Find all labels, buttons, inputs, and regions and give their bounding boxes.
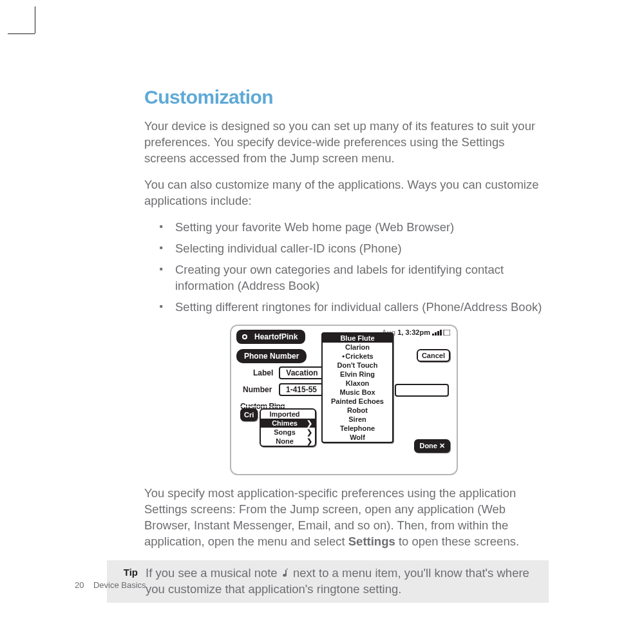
page-heading: Customization <box>144 86 544 108</box>
done-button[interactable]: Done ✕ <box>414 439 450 453</box>
ringtone-item[interactable]: Elvin Ring <box>323 370 392 379</box>
ringtone-list[interactable]: Blue Flute Clarion •Crickets Don't Touch… <box>321 332 393 443</box>
tip-text: If you see a musical note next to a menu… <box>138 565 542 598</box>
section-tab[interactable]: Phone Number <box>236 349 307 363</box>
device-screen: HeartofPink Aug 1, 3:32pm Phone Number C… <box>230 325 458 475</box>
bullet-list: Setting your favorite Web home page (Web… <box>144 220 544 316</box>
musical-note-icon <box>281 568 290 578</box>
label-caption: Label <box>253 368 273 377</box>
svg-point-1 <box>243 336 246 338</box>
signal-icon <box>432 330 450 336</box>
list-item: Selecting individual caller-ID icons (Ph… <box>175 241 544 257</box>
number-field[interactable]: 1-415-55 <box>279 383 324 396</box>
svg-rect-6 <box>444 330 450 336</box>
ringtone-item[interactable]: Wolf <box>323 433 392 442</box>
chevron-right-icon: ❯ <box>307 437 312 446</box>
page-number: 20 <box>75 580 84 590</box>
title-tab[interactable]: HeartofPink <box>236 330 305 344</box>
section-name: Device Basics <box>93 580 146 590</box>
tip-callout: Tip If you see a musical note next to a … <box>107 560 549 603</box>
ringtone-item[interactable]: Siren <box>323 415 392 424</box>
cri-button[interactable]: Cri <box>240 408 258 421</box>
ringtone-item[interactable]: Blue Flute <box>323 334 392 343</box>
chevron-right-icon: ❯ <box>307 428 312 437</box>
svg-rect-3 <box>435 332 437 336</box>
label-field[interactable]: Vacation <box>279 366 325 379</box>
settings-bold: Settings <box>348 535 395 548</box>
menu-item-none[interactable]: None❯ <box>261 437 315 446</box>
ringtone-item[interactable]: Telephone <box>323 424 392 433</box>
list-item: Setting your favorite Web home page (Web… <box>175 220 544 236</box>
ringtone-category-menu[interactable]: Imported Chimes❯ Songs❯ None❯ <box>260 408 316 447</box>
ringtone-item[interactable]: Music Box <box>323 388 392 397</box>
menu-item-songs[interactable]: Songs❯ <box>261 428 315 437</box>
svg-rect-5 <box>440 330 442 336</box>
cancel-button[interactable]: Cancel <box>417 349 450 362</box>
chevron-right-icon: ❯ <box>307 419 312 428</box>
number-caption: Number <box>243 385 272 394</box>
section-tab-label: Phone Number <box>244 352 299 361</box>
device-screenshot-figure: HeartofPink Aug 1, 3:32pm Phone Number C… <box>144 325 544 478</box>
svg-rect-4 <box>437 331 439 336</box>
intro-paragraph-1: Your device is designed so you can set u… <box>144 118 544 167</box>
intro-paragraph-2: You can also customize many of the appli… <box>144 177 544 209</box>
ringtone-item[interactable]: Klaxon <box>323 379 392 388</box>
empty-field[interactable] <box>395 384 449 397</box>
page-footer: 20 Device Basics <box>75 580 146 590</box>
tip-label: Tip <box>107 565 138 578</box>
ringtone-item[interactable]: Painted Echoes <box>323 397 392 406</box>
list-item: Setting different ringtones for individu… <box>175 299 544 316</box>
ringtone-item[interactable]: Clarion <box>323 343 392 352</box>
list-item: Creating your own categories and labels … <box>175 262 544 294</box>
jump-icon <box>242 334 248 340</box>
menu-item-chimes[interactable]: Chimes❯ <box>261 419 315 428</box>
ringtone-item[interactable]: •Crickets <box>323 352 392 361</box>
paragraph-settings: You specify most application-specific pr… <box>144 486 544 550</box>
title-tab-label: HeartofPink <box>254 332 298 341</box>
ringtone-item[interactable]: Robot <box>323 406 392 415</box>
ringtone-item[interactable]: Don't Touch <box>323 361 392 370</box>
svg-rect-2 <box>432 334 434 336</box>
menu-item-imported[interactable]: Imported <box>261 410 315 419</box>
